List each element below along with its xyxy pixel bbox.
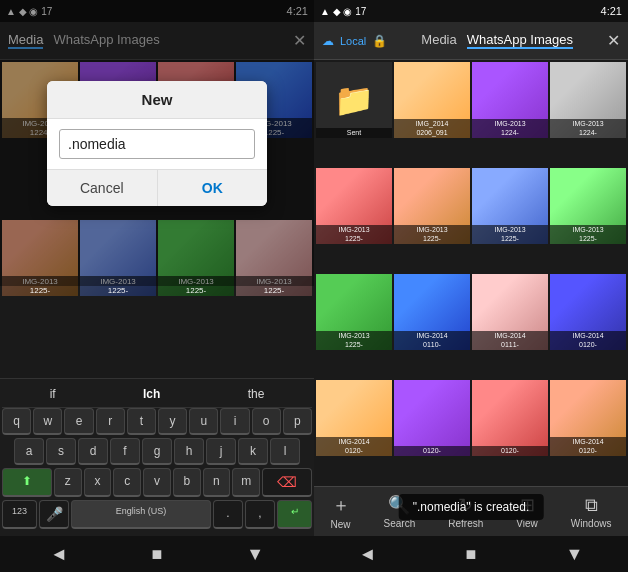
key-l[interactable]: l (270, 438, 300, 465)
right-label-13: IMG-20140120- (316, 437, 392, 456)
right-nav-back[interactable]: ◄ (359, 544, 377, 565)
right-thumb-12[interactable]: IMG-20140120- (550, 274, 626, 350)
right-label-10: IMG-20140110- (394, 331, 470, 350)
suggestion-ich[interactable]: Ich (137, 385, 166, 403)
toast-message: ".nomedia" is created. (399, 494, 544, 520)
key-f[interactable]: f (110, 438, 140, 465)
key-v[interactable]: v (143, 468, 171, 497)
folder-icon: 📁 (316, 62, 392, 138)
right-thumb-11[interactable]: IMG-20140111- (472, 274, 548, 350)
right-close-icon[interactable]: ✕ (607, 31, 620, 50)
right-lock-icon: 🔒 (372, 34, 387, 48)
right-thumb-9[interactable]: IMG-20131225- (316, 274, 392, 350)
right-label-15: 0120- (472, 446, 548, 456)
windows-label: Windows (571, 518, 612, 529)
key-backspace[interactable]: ⌫ (262, 468, 312, 497)
key-m[interactable]: m (232, 468, 260, 497)
right-label-9: IMG-20131225- (316, 331, 392, 350)
key-t[interactable]: t (127, 408, 156, 435)
right-label-16: IMG-20140120- (550, 437, 626, 456)
key-q[interactable]: q (2, 408, 31, 435)
new-dialog: New Cancel OK (47, 81, 267, 206)
key-o[interactable]: o (252, 408, 281, 435)
right-thumb-2[interactable]: IMG_20140206_091 (394, 62, 470, 138)
right-label-5: IMG-20131225- (316, 225, 392, 244)
key-y[interactable]: y (158, 408, 187, 435)
right-label-3: IMG-20131224- (472, 119, 548, 138)
right-thumb-15[interactable]: 0120- (472, 380, 548, 456)
key-space[interactable]: English (US) (71, 500, 211, 529)
key-s[interactable]: s (46, 438, 76, 465)
key-period[interactable]: . (213, 500, 243, 529)
right-thumb-7[interactable]: IMG-20131225- (472, 168, 548, 244)
right-thumb-3[interactable]: IMG-20131224- (472, 62, 548, 138)
thumb-sent-label: Sent (316, 128, 392, 138)
dialog-cancel-button[interactable]: Cancel (47, 170, 157, 206)
key-h[interactable]: h (174, 438, 204, 465)
key-p[interactable]: p (283, 408, 312, 435)
dialog-input[interactable] (59, 129, 255, 159)
new-icon: ＋ (332, 493, 350, 517)
key-number-switch[interactable]: 123 (2, 500, 37, 529)
right-thumb-5[interactable]: IMG-20131225- (316, 168, 392, 244)
right-thumb-6[interactable]: IMG-20131225- (394, 168, 470, 244)
key-w[interactable]: w (33, 408, 62, 435)
key-row-1: q w e r t y u i o p (2, 408, 312, 435)
right-thumb-sent[interactable]: 📁 Sent (316, 62, 392, 138)
right-panel: ▲ ◆ ◉ 17 4:21 ☁ Local 🔒 Media WhatsApp I… (314, 0, 628, 572)
suggestion-the[interactable]: the (242, 385, 271, 403)
right-thumb-13[interactable]: IMG-20140120- (316, 380, 392, 456)
key-emoji[interactable]: 🎤 (39, 500, 69, 529)
right-label-2: IMG_20140206_091 (394, 119, 470, 138)
dialog-input-wrap (47, 119, 267, 169)
key-enter[interactable]: ↵ (277, 500, 312, 529)
right-label-14: 0120- (394, 446, 470, 456)
right-local-icon: ☁ (322, 34, 334, 48)
key-k[interactable]: k (238, 438, 268, 465)
left-panel: ▲ ◆ ◉ 17 4:21 Media WhatsApp Images ✕ IM… (0, 0, 314, 572)
key-x[interactable]: x (84, 468, 112, 497)
left-nav-back[interactable]: ◄ (50, 544, 68, 565)
key-r[interactable]: r (96, 408, 125, 435)
right-nav-recents[interactable]: ▼ (566, 544, 584, 565)
key-row-4: 123 🎤 English (US) . , ↵ (2, 500, 312, 529)
right-time: 4:21 (601, 5, 622, 17)
suggestions-row: if Ich the (2, 383, 312, 408)
dialog-title: New (47, 81, 267, 119)
left-nav-home[interactable]: ■ (152, 544, 163, 565)
dialog-buttons: Cancel OK (47, 169, 267, 206)
right-thumb-4[interactable]: IMG-20131224- (550, 62, 626, 138)
right-thumb-16[interactable]: IMG-20140120- (550, 380, 626, 456)
key-e[interactable]: e (64, 408, 93, 435)
key-j[interactable]: j (206, 438, 236, 465)
right-label-4: IMG-20131224- (550, 119, 626, 138)
right-label-12: IMG-20140120- (550, 331, 626, 350)
key-d[interactable]: d (78, 438, 108, 465)
keyboard-area: if Ich the q w e r t y u i o p a s d f g… (0, 378, 314, 536)
key-b[interactable]: b (173, 468, 201, 497)
key-c[interactable]: c (113, 468, 141, 497)
right-tab-whatsapp[interactable]: WhatsApp Images (467, 32, 573, 49)
toolbar-windows-button[interactable]: ⧉ Windows (571, 495, 612, 529)
dialog-overlay: New Cancel OK (0, 0, 314, 286)
right-thumb-14[interactable]: 0120- (394, 380, 470, 456)
right-nav-home[interactable]: ■ (466, 544, 477, 565)
key-row-2: a s d f g h j k l (2, 438, 312, 465)
key-shift[interactable]: ⬆ (2, 468, 52, 497)
key-a[interactable]: a (14, 438, 44, 465)
right-thumb-8[interactable]: IMG-20131225- (550, 168, 626, 244)
key-comma[interactable]: , (245, 500, 275, 529)
key-z[interactable]: z (54, 468, 82, 497)
right-tab-media[interactable]: Media (421, 32, 456, 49)
left-nav-recents[interactable]: ▼ (246, 544, 264, 565)
key-n[interactable]: n (203, 468, 231, 497)
toolbar-new-button[interactable]: ＋ New (331, 493, 351, 530)
suggestion-if[interactable]: if (44, 385, 62, 403)
right-thumb-10[interactable]: IMG-20140110- (394, 274, 470, 350)
dialog-ok-button[interactable]: OK (157, 170, 268, 206)
key-u[interactable]: u (189, 408, 218, 435)
key-g[interactable]: g (142, 438, 172, 465)
right-label-6: IMG-20131225- (394, 225, 470, 244)
right-local-label: Local (340, 35, 366, 47)
key-i[interactable]: i (220, 408, 249, 435)
